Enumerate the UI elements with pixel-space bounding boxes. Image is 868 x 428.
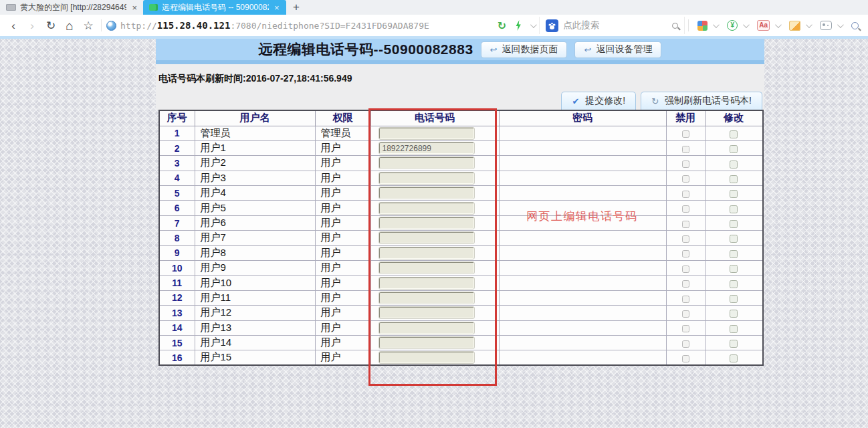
disable-checkbox[interactable] xyxy=(682,175,689,183)
phone-input[interactable] xyxy=(379,352,474,363)
modify-cell xyxy=(705,186,763,201)
phone-input[interactable] xyxy=(379,307,474,318)
chevron-down-icon[interactable] xyxy=(806,21,812,28)
phone-input[interactable] xyxy=(379,217,474,229)
chevron-down-icon[interactable] xyxy=(530,21,537,28)
username-cell: 用户13 xyxy=(195,320,315,335)
clipper-icon[interactable] xyxy=(789,21,800,31)
modify-cell xyxy=(705,245,763,260)
refresh-icon: ↻ xyxy=(651,96,659,106)
disable-cell xyxy=(666,276,705,290)
disable-checkbox[interactable] xyxy=(682,325,689,332)
column-header: 电话号码 xyxy=(370,110,499,126)
username-cell: 用户14 xyxy=(195,335,315,350)
close-icon[interactable]: × xyxy=(274,3,280,12)
favorites-star-icon[interactable]: ☆ xyxy=(79,20,98,31)
disable-cell xyxy=(666,335,705,350)
submit-changes-button[interactable]: ✔ 提交修改! xyxy=(561,92,636,110)
disable-cell xyxy=(666,231,705,245)
chevron-down-icon[interactable] xyxy=(713,21,720,28)
modify-checkbox[interactable] xyxy=(730,175,738,183)
modify-checkbox[interactable] xyxy=(730,340,738,348)
disable-checkbox[interactable] xyxy=(682,340,689,348)
disable-checkbox[interactable] xyxy=(682,146,689,153)
phone-input[interactable] xyxy=(379,232,474,243)
phone-input[interactable] xyxy=(379,278,474,289)
tab-huang-space[interactable]: 黄大脸的空间 [http://28294649 × xyxy=(0,0,143,15)
refresh-icon[interactable]: ↻ xyxy=(41,20,60,31)
modify-checkbox[interactable] xyxy=(730,160,738,169)
phone-input[interactable] xyxy=(379,128,474,139)
close-icon[interactable]: × xyxy=(132,3,137,12)
url-host: 115.28.40.121 xyxy=(157,20,231,31)
quick-search-box[interactable]: 点此搜索 xyxy=(539,17,685,34)
modify-checkbox[interactable] xyxy=(730,265,738,273)
translate-sync-icon[interactable]: ↻ xyxy=(498,19,506,32)
zoom-find-icon[interactable] xyxy=(851,22,859,29)
disable-checkbox[interactable] xyxy=(682,235,689,243)
disable-checkbox[interactable] xyxy=(682,250,689,257)
phone-input[interactable] xyxy=(379,157,474,169)
disable-checkbox[interactable] xyxy=(682,310,689,318)
modify-checkbox[interactable] xyxy=(730,250,738,258)
font-aa-icon[interactable]: Aa xyxy=(757,20,770,31)
modify-checkbox[interactable] xyxy=(730,280,738,288)
phone-input[interactable] xyxy=(379,292,474,304)
disable-checkbox[interactable] xyxy=(682,160,689,168)
disable-checkbox[interactable] xyxy=(682,280,689,288)
return-arrow-icon: ↩ xyxy=(490,45,498,55)
disable-cell xyxy=(666,350,705,365)
screenshot-icon[interactable] xyxy=(820,21,832,30)
modify-checkbox[interactable] xyxy=(730,130,738,138)
search-icon[interactable] xyxy=(672,23,678,29)
back-to-data-button[interactable]: ↩ 返回数据页面 xyxy=(481,41,568,58)
row-number-cell: 2 xyxy=(159,140,195,155)
modify-checkbox[interactable] xyxy=(730,220,738,228)
modify-checkbox[interactable] xyxy=(730,325,738,333)
phone-input[interactable] xyxy=(379,142,474,154)
modify-checkbox[interactable] xyxy=(730,310,738,318)
chevron-down-icon[interactable] xyxy=(743,21,750,28)
disable-checkbox[interactable] xyxy=(682,205,689,213)
disable-checkbox[interactable] xyxy=(682,265,689,273)
site-favicon xyxy=(6,4,16,11)
modify-checkbox[interactable] xyxy=(730,190,738,198)
phone-input[interactable] xyxy=(379,247,474,259)
disable-checkbox[interactable] xyxy=(682,221,689,228)
phone-input[interactable] xyxy=(379,203,474,214)
modify-checkbox[interactable] xyxy=(730,354,738,362)
disable-checkbox[interactable] xyxy=(682,191,689,198)
new-tab-button[interactable]: + xyxy=(286,0,306,15)
modify-checkbox[interactable] xyxy=(730,145,738,153)
speed-bolt-icon[interactable] xyxy=(515,20,522,31)
forward-icon[interactable]: › xyxy=(23,20,41,31)
phone-input[interactable] xyxy=(379,262,474,274)
password-cell xyxy=(499,156,666,171)
phone-cell xyxy=(370,261,499,276)
disable-checkbox[interactable] xyxy=(682,130,689,138)
search-input[interactable]: 点此搜索 xyxy=(563,19,667,31)
money-shield-icon[interactable]: ¥ xyxy=(727,20,738,31)
force-refresh-button[interactable]: ↻ 强制刷新电话号码本! xyxy=(641,92,762,110)
phone-input[interactable] xyxy=(379,187,474,199)
modify-cell xyxy=(705,140,763,155)
disable-checkbox[interactable] xyxy=(682,296,689,303)
address-bar[interactable]: http://115.28.40.121:7080/nieditphone?SI… xyxy=(106,20,429,31)
modify-checkbox[interactable] xyxy=(730,235,738,243)
home-icon[interactable]: ⌂ xyxy=(60,19,79,32)
phone-input[interactable] xyxy=(379,322,474,334)
chevron-down-icon[interactable] xyxy=(775,21,782,28)
phone-table-body: 1管理员管理员2用户1用户3用户2用户4用户3用户5用户4用户6用户5用户7用户… xyxy=(159,126,763,365)
back-icon[interactable]: ‹ xyxy=(4,20,23,31)
modify-checkbox[interactable] xyxy=(730,295,738,303)
chevron-down-icon[interactable] xyxy=(837,21,844,28)
tab-remote-edit-phone[interactable]: 远程编辑电话号码 -- 509000828 × xyxy=(143,0,286,15)
phone-input[interactable] xyxy=(379,173,474,184)
disable-checkbox[interactable] xyxy=(682,355,689,362)
url-text[interactable]: http://115.28.40.121:7080/nieditphone?SI… xyxy=(120,20,429,31)
modify-checkbox[interactable] xyxy=(730,205,738,213)
button-label: 返回设备管理 xyxy=(596,43,652,56)
apps-grid-icon[interactable] xyxy=(697,21,708,31)
back-to-device-button[interactable]: ↩ 返回设备管理 xyxy=(574,41,661,58)
phone-input[interactable] xyxy=(379,337,474,348)
